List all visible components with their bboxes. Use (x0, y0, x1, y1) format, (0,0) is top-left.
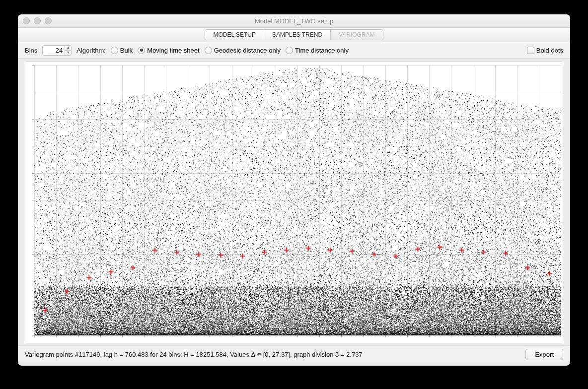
radio-geodesic-dot (205, 47, 212, 54)
bins-label: Bins (25, 47, 37, 54)
bins-input[interactable] (42, 45, 65, 56)
titlebar[interactable]: Model MODEL_TWO setup (18, 14, 570, 28)
radio-timedist[interactable]: Time distance only (286, 47, 349, 54)
radio-moving[interactable]: Moving time sheet (138, 47, 200, 54)
tab-model-setup[interactable]: MODEL SETUP (205, 30, 264, 40)
radio-moving-dot (138, 47, 145, 54)
tab-segmented-control: MODEL SETUP SAMPLES TREND VARIOGRAM (205, 29, 383, 40)
minimize-icon[interactable] (34, 17, 41, 24)
radio-timedist-label: Time distance only (295, 47, 349, 54)
bins-step-down[interactable]: ▼ (65, 51, 71, 55)
algorithm-label: Algorithm: (76, 47, 106, 54)
status-text: Variogram points #117149, lag h = 760.48… (25, 351, 520, 358)
footer: Variogram points #117149, lag h = 760.48… (18, 345, 570, 363)
bold-dots-label: Bold dots (536, 47, 563, 54)
checkbox-bold-dots[interactable]: Bold dots (527, 47, 563, 54)
tabs-bar: MODEL SETUP SAMPLES TREND VARIOGRAM (18, 28, 570, 42)
bold-dots-box (527, 47, 534, 54)
zoom-icon[interactable] (45, 17, 52, 24)
variogram-plot (25, 62, 563, 343)
window-title: Model MODEL_TWO setup (18, 17, 570, 25)
radio-geodesic-label: Geodesic distance only (214, 47, 281, 54)
radio-bulk-label: Bulk (120, 47, 133, 54)
bin-mean-markers (25, 62, 563, 342)
tab-variogram[interactable]: VARIOGRAM (331, 30, 382, 40)
bins-stepper: ▲ ▼ (42, 45, 72, 56)
close-icon[interactable] (23, 17, 30, 24)
radio-bulk-dot (111, 47, 118, 54)
tab-samples-trend[interactable]: SAMPLES TREND (264, 30, 331, 40)
toolbar: Bins ▲ ▼ Algorithm: Bulk Moving time she… (18, 42, 570, 59)
radio-timedist-dot (286, 47, 293, 54)
app-window: Model MODEL_TWO setup MODEL SETUP SAMPLE… (18, 14, 570, 366)
traffic-lights (18, 17, 52, 24)
bins-stepper-buttons: ▲ ▼ (65, 45, 72, 56)
radio-geodesic[interactable]: Geodesic distance only (205, 47, 281, 54)
radio-moving-label: Moving time sheet (147, 47, 200, 54)
radio-bulk[interactable]: Bulk (111, 47, 133, 54)
bins-step-up[interactable]: ▲ (65, 46, 71, 51)
export-button[interactable]: Export (525, 349, 563, 360)
